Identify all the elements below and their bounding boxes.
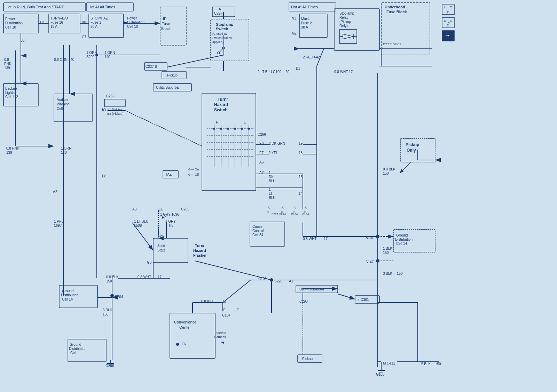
- hot-all-times-left-label: Hot At All Times: [88, 5, 116, 9]
- svg-text:Pickup: Pickup: [406, 142, 419, 147]
- svg-text:2 RED  642: 2 RED 642: [303, 55, 320, 59]
- svg-text:DK: DK: [269, 175, 274, 179]
- svg-text:Power: Power: [127, 16, 137, 20]
- svg-text:S214: S214: [279, 213, 286, 216]
- svg-text:C: C: [267, 210, 269, 214]
- svg-text:E: E: [223, 308, 225, 312]
- svg-text:STOP/HAZ: STOP/HAZ: [91, 16, 108, 20]
- svg-text:C298: C298: [299, 299, 308, 303]
- svg-text:S: S: [450, 19, 452, 23]
- svg-text:E9: E9: [102, 107, 107, 111]
- svg-text:Cell 10: Cell 10: [5, 25, 16, 29]
- svg-text:150: 150: [383, 251, 389, 255]
- svg-text:1 GRY  1696: 1 GRY 1696: [160, 213, 179, 216]
- svg-text:D7  E7  D9  E9: D7 E7 D9 E9: [383, 42, 401, 46]
- svg-text:1 PPL: 1 PPL: [54, 219, 64, 223]
- svg-text:Control: Control: [252, 229, 264, 233]
- svg-text:Utility/Suburban: Utility/Suburban: [156, 86, 181, 89]
- svg-text:C: C: [448, 22, 450, 25]
- svg-text:A3: A3: [132, 207, 137, 211]
- svg-text:TURN–B/U: TURN–B/U: [50, 16, 68, 20]
- svg-text:Switch brakes: Switch brakes: [212, 36, 232, 40]
- svg-text:Cell 34: Cell 34: [252, 233, 264, 237]
- svg-text:▽: ▽: [305, 206, 307, 209]
- svg-text:▷ C301: ▷ C301: [357, 298, 369, 302]
- svg-text:C104: C104: [291, 213, 298, 216]
- svg-text:Center: Center: [179, 325, 191, 329]
- svg-text:D: D: [444, 19, 446, 23]
- svg-text:J3: J3: [21, 39, 25, 42]
- svg-text:Only): Only): [339, 24, 348, 28]
- svg-text:Underhood: Underhood: [385, 5, 405, 9]
- svg-text:Distribution: Distribution: [69, 347, 86, 351]
- svg-text:Stoplamp: Stoplamp: [216, 22, 233, 26]
- svg-text:Power: Power: [5, 17, 15, 21]
- svg-text:Cell 14: Cell 14: [62, 297, 73, 301]
- svg-text:F6: F6: [182, 342, 186, 346]
- svg-text:H8: H8: [169, 224, 173, 227]
- svg-text:G105: G105: [376, 373, 385, 376]
- svg-text:B8: B8: [82, 21, 86, 24]
- svg-text:S204: S204: [115, 295, 123, 299]
- svg-text:Distribution: Distribution: [5, 21, 23, 25]
- svg-text:Switch: Switch: [216, 27, 228, 31]
- svg-text:1 ORN: 1 ORN: [61, 146, 72, 150]
- svg-text:15: 15: [299, 175, 303, 179]
- svg-text:Ground: Ground: [70, 343, 81, 346]
- svg-text:⊙— On: ⊙— On: [188, 168, 199, 171]
- svg-text:Relay: Relay: [339, 16, 348, 19]
- svg-text:E1: E1: [158, 207, 163, 211]
- svg-text:Fuse 1: Fuse 1: [91, 21, 101, 24]
- svg-text:Cell 14: Cell 14: [396, 242, 407, 246]
- svg-text:150: 150: [435, 362, 441, 366]
- svg-text:Distribution: Distribution: [395, 238, 413, 241]
- svg-text:150: 150: [106, 279, 112, 283]
- svg-text:A2: A2: [53, 190, 57, 194]
- svg-text:Distribution: Distribution: [127, 21, 144, 24]
- svg-text:Fuse: Fuse: [162, 22, 170, 26]
- svg-text:PNK: PNK: [4, 62, 11, 66]
- svg-text:Cell 10: Cell 10: [127, 25, 138, 29]
- svg-text:C104: C104: [222, 313, 230, 317]
- svg-text:Cruise: Cruise: [252, 225, 262, 229]
- svg-text:Cell 112: Cell 112: [5, 95, 18, 99]
- svg-text:C266: C266: [106, 94, 115, 98]
- svg-text:2 LT BLU   C100: 2 LT BLU C100: [258, 70, 281, 74]
- svg-text:L: L: [244, 120, 246, 124]
- svg-text:140: 140: [104, 55, 110, 59]
- svg-text:Cell: Cell: [57, 107, 63, 111]
- svg-text:139: 139: [4, 66, 10, 70]
- svg-text:M   C411: M C411: [383, 361, 395, 365]
- svg-text:Fuse 16: Fuse 16: [50, 21, 63, 24]
- svg-text:G8: G8: [147, 261, 152, 264]
- svg-text:F: F: [237, 308, 239, 312]
- svg-text:30 A: 30 A: [301, 25, 308, 29]
- svg-text:150: 150: [103, 312, 109, 316]
- svg-text:15 A: 15 A: [50, 25, 57, 29]
- svg-text:▽: ▽: [282, 206, 284, 209]
- svg-text:0.8 WHT: 0.8 WHT: [303, 237, 316, 241]
- svg-text:HAZ: HAZ: [165, 173, 172, 176]
- svg-text:Cell: Cell: [70, 351, 76, 355]
- svg-text:Fuse Block: Fuse Block: [386, 10, 407, 14]
- svg-text:A: A: [219, 7, 221, 11]
- svg-text:E2 (Pickup): E2 (Pickup): [107, 112, 124, 115]
- svg-text:0.8 BLK: 0.8 BLK: [383, 167, 395, 171]
- svg-text:S267: S267: [272, 213, 278, 216]
- svg-text:Pickup: Pickup: [167, 73, 178, 77]
- svg-text:3 BLK: 3 BLK: [383, 272, 393, 275]
- svg-text:Flasher: Flasher: [193, 253, 207, 257]
- svg-text:O: O: [447, 10, 449, 14]
- svg-text:Turn/: Turn/: [195, 243, 204, 248]
- svg-text:(Pickup: (Pickup: [339, 20, 351, 24]
- svg-text:Only: Only: [407, 148, 416, 153]
- svg-text:140: 140: [61, 151, 67, 154]
- svg-text:H7: H7: [158, 235, 163, 239]
- svg-text:20: 20: [285, 70, 290, 74]
- svg-text:C227  B: C227 B: [146, 65, 157, 69]
- svg-text:Ground: Ground: [62, 289, 73, 293]
- svg-text:M2: M2: [292, 32, 297, 35]
- svg-text:H4: H4: [40, 21, 45, 24]
- svg-text:Turn/: Turn/: [218, 97, 228, 102]
- svg-text:Maxi-: Maxi-: [301, 17, 309, 21]
